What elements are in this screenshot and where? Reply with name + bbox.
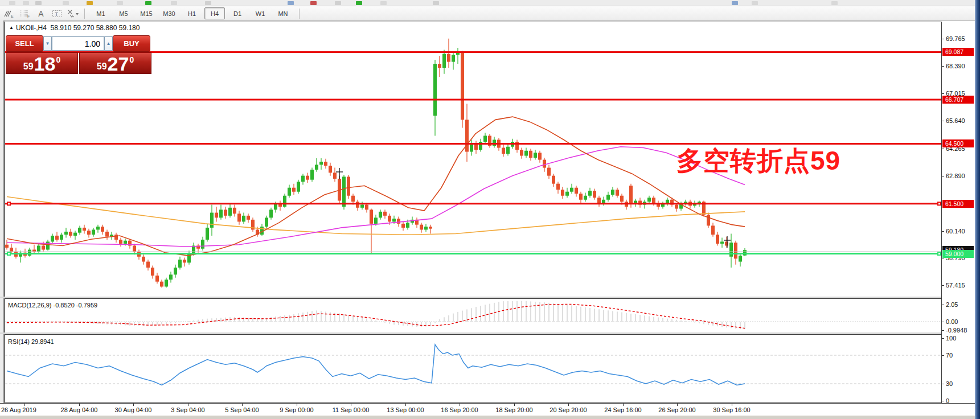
- clipped-icon: [288, 1, 294, 5]
- svg-text:T: T: [55, 11, 59, 17]
- chart-title: ▲UKOil-,H4 58.910 59.270 58.880 59.180: [9, 24, 140, 32]
- macd-canvas[interactable]: [5, 299, 941, 332]
- timeframe-w1[interactable]: W1: [250, 7, 270, 19]
- macd-label: MACD(12,26,9) -0.8520 -0.7959: [8, 302, 97, 309]
- buy-price-panel[interactable]: 59 27 0: [79, 52, 151, 74]
- price-badge-64.500: 64.500: [942, 139, 974, 147]
- rsi-axis-label: 70: [946, 352, 953, 359]
- clipped-icon: [35, 1, 42, 5]
- sell-price-big: 18: [34, 54, 56, 73]
- sell-button[interactable]: SELL: [6, 35, 43, 52]
- price-badge-61.500: 61.500: [942, 200, 974, 208]
- buy-button[interactable]: BUY: [113, 35, 150, 52]
- clipped-icon: [310, 1, 317, 5]
- buy-price-big: 27: [108, 54, 129, 73]
- clipped-icon: [117, 1, 123, 5]
- cursor-tools-icon[interactable]: [66, 8, 80, 19]
- clipped-icon: [9, 1, 15, 5]
- price-badge-59.000: 59.000: [942, 250, 974, 258]
- price-tick-label: 60.140: [946, 228, 965, 235]
- clipped-icon: [433, 1, 439, 5]
- rsi-label: RSI(14) 29.8941: [8, 338, 54, 345]
- clipped-icon: [145, 1, 151, 5]
- timeframe-m1[interactable]: M1: [91, 7, 111, 19]
- sell-price-panel[interactable]: 59 18 0: [6, 52, 78, 74]
- date-label: 26 Sep 20:00: [658, 406, 695, 413]
- macd-axis-label: 0.00: [946, 318, 958, 325]
- svg-text:F: F: [27, 14, 30, 18]
- buy-price-small: 59: [97, 61, 107, 72]
- one-click-trading-widget: SELL ▼ ▲ BUY 59 18 0 59 27 0: [6, 35, 151, 74]
- clipped-icon: [752, 1, 758, 5]
- toolbar: E F A T M1M: [0, 6, 980, 21]
- svg-text:E: E: [11, 14, 14, 18]
- price-badge-69.087: 69.087: [942, 48, 974, 56]
- price-tick-label: 62.890: [946, 172, 965, 179]
- rsi-canvas[interactable]: [5, 335, 941, 402]
- timeframe-buttons: M1M5M15M30H1H4D1W1MN: [89, 7, 294, 19]
- ma-magenta: [7, 147, 745, 247]
- date-axis[interactable]: 26 Aug 201928 Aug 04:0030 Aug 04:003 Sep…: [0, 403, 975, 416]
- date-label: 30 Aug 04:00: [115, 406, 152, 413]
- clipped-icon: [205, 1, 211, 5]
- date-label: 28 Aug 04:00: [61, 406, 98, 413]
- date-label: 20 Sep 20:00: [550, 406, 587, 413]
- volume-increase-button[interactable]: ▲: [104, 36, 113, 51]
- volume-decrease-button[interactable]: ▼: [43, 36, 52, 51]
- indicators-icon[interactable]: E: [2, 8, 16, 19]
- desktop-edge-strip: [975, 0, 980, 419]
- timeframe-m30[interactable]: M30: [159, 7, 179, 19]
- macd-axis-label: -0.9948: [946, 327, 967, 334]
- price-badge-66.707: 66.707: [942, 96, 974, 104]
- toolbar-separator: [299, 9, 300, 19]
- buy-price-sup: 0: [129, 55, 134, 64]
- window-left-edge: [0, 20, 5, 419]
- macd-axis-label: 2.05: [946, 301, 958, 308]
- clipped-icon: [23, 1, 29, 5]
- date-label: 11 Sep 00:00: [333, 406, 370, 413]
- timeframe-d1[interactable]: D1: [227, 7, 248, 19]
- window-bottom-edge: [0, 416, 980, 419]
- symbol-period: UKOil-,H4: [16, 24, 47, 32]
- timeframe-mn[interactable]: MN: [273, 7, 293, 19]
- clipped-icon: [63, 1, 69, 5]
- date-label: 30 Sep 16:00: [713, 406, 750, 413]
- date-label: 5 Sep 04:00: [225, 406, 259, 413]
- rsi-axis-label: 30: [946, 380, 953, 387]
- clipped-icon: [380, 1, 387, 5]
- date-label: 16 Sep 20:00: [441, 406, 478, 413]
- date-label: 26 Aug 2019: [1, 406, 36, 413]
- volume-input[interactable]: [52, 36, 104, 51]
- label-tool-icon[interactable]: T: [50, 8, 64, 19]
- clipped-icon: [831, 1, 838, 5]
- date-label: 13 Sep 00:00: [387, 406, 424, 413]
- clipped-icon: [171, 1, 177, 5]
- clipped-icon: [335, 1, 341, 5]
- rsi-axis-label: 100: [946, 335, 956, 342]
- date-label: 18 Sep 20:00: [495, 406, 532, 413]
- mt4-window: E F A T M1M: [0, 0, 980, 419]
- date-label: 9 Sep 00:00: [280, 406, 313, 413]
- sell-price-sup: 0: [56, 55, 60, 64]
- date-label: 24 Sep 16:00: [604, 406, 641, 413]
- price-tick-label: 65.640: [946, 117, 965, 124]
- clipped-icon: [356, 1, 362, 5]
- clipped-icon: [732, 1, 738, 5]
- price-axis[interactable]: 69.76568.39067.01565.64064.26562.89060.1…: [942, 22, 975, 403]
- clipped-icon: [87, 1, 93, 5]
- ohlc-values: 58.910 59.270 58.880 59.180: [51, 24, 140, 32]
- grid-icon[interactable]: F: [18, 8, 32, 19]
- clipped-top-toolbar: [0, 0, 980, 6]
- toolbar-separator: [84, 9, 85, 19]
- price-tick-label: 69.765: [946, 35, 965, 42]
- timeframe-h1[interactable]: H1: [182, 7, 202, 19]
- sell-price-small: 59: [23, 61, 34, 72]
- price-tick-label: 68.390: [946, 63, 965, 69]
- timeframe-h4[interactable]: H4: [204, 7, 225, 19]
- timeframe-m15[interactable]: M15: [136, 7, 157, 19]
- timeframe-m5[interactable]: M5: [113, 7, 134, 19]
- price-tick-label: 57.415: [946, 282, 965, 289]
- chinese-annotation: 多空转折点59: [676, 143, 840, 179]
- text-tool-icon[interactable]: A: [34, 8, 48, 19]
- date-label: 3 Sep 04:00: [171, 406, 204, 413]
